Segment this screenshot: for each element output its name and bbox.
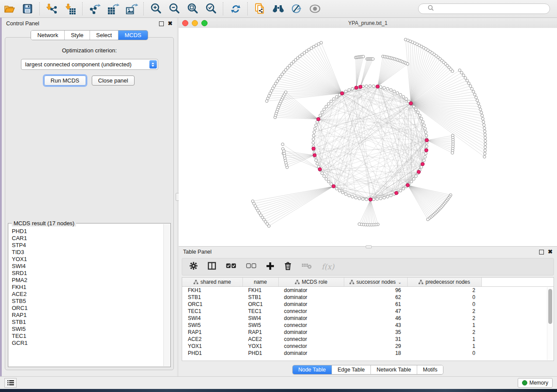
close-panel-button[interactable]: Close panel [92, 76, 135, 86]
search-input[interactable] [418, 3, 550, 14]
tab-network[interactable]: Network [31, 31, 65, 40]
mcds-result-group: MCDS result (17 nodes) PHD1CAR1STP4TID3Y… [8, 223, 171, 367]
mcds-result-item[interactable]: GCR1 [9, 340, 164, 347]
table-cell: YOX1 [242, 343, 278, 350]
mcds-result-item[interactable]: PMA2 [9, 277, 164, 284]
import-network-button[interactable] [45, 2, 59, 16]
zoom-out-button[interactable] [167, 2, 182, 16]
column-header-predecessor-nodes[interactable]: predecessor nodes [407, 278, 481, 287]
clone-network-button[interactable] [253, 2, 267, 16]
close-panel-icon[interactable]: ✖ [168, 21, 173, 26]
import-network-icon [46, 3, 58, 15]
show-panels-button[interactable] [4, 378, 17, 388]
mcds-result-item[interactable]: YOX1 [9, 256, 164, 263]
column-header-successor-nodes[interactable]: successor nodes⌄ [344, 278, 407, 287]
memory-status-icon [522, 380, 527, 385]
memory-label: Memory [529, 380, 548, 386]
search-network-button[interactable] [271, 2, 286, 16]
delete-icon[interactable] [284, 261, 292, 272]
table-row[interactable]: RAP1RAP1dominator352 [182, 329, 554, 336]
table-row[interactable]: SWI5SWI5connector431 [182, 322, 554, 329]
close-panel-icon[interactable]: ✖ [548, 250, 553, 254]
optimization-criterion-select[interactable]: largest connected component (undirected) [21, 59, 158, 70]
table-row[interactable]: TEC1TEC1connector472 [182, 308, 554, 315]
table-cell: ACE2 [242, 336, 278, 343]
table-cell: TEC1 [242, 308, 278, 315]
toolbar-separator [143, 2, 144, 15]
table-row[interactable]: FKH1FKH1dominator962 [182, 287, 554, 294]
mcds-result-item[interactable]: SWI4 [9, 263, 164, 270]
export-network-button[interactable] [87, 2, 102, 16]
table-row[interactable]: PHD1PHD1dominator180 [182, 350, 554, 357]
tab-network-table[interactable]: Network Table [371, 365, 417, 374]
mcds-result-list[interactable]: PHD1CAR1STP4TID3YOX1SWI4SRD1PMA2FKH1ACE2… [9, 228, 164, 366]
gear-icon[interactable] [189, 261, 198, 272]
table-cell: YOX1 [182, 343, 242, 350]
table-scrollbar[interactable] [547, 287, 553, 360]
tab-motifs[interactable]: Motifs [417, 365, 443, 374]
mcds-result-item[interactable]: CAR1 [9, 235, 164, 242]
table-cell: SWI5 [182, 322, 242, 329]
hide-details-icon [291, 3, 303, 15]
mcds-result-item[interactable]: STB5 [9, 298, 164, 305]
table-row[interactable]: SWI4SWI4dominator462 [182, 315, 554, 322]
table-cell: 2 [407, 315, 481, 322]
float-panel-icon[interactable] [539, 250, 544, 254]
table-cell: connector [278, 322, 344, 329]
mcds-result-item[interactable]: TEC1 [9, 333, 164, 340]
mcds-result-item[interactable]: ORC1 [9, 305, 164, 312]
mcds-result-item[interactable]: ACE2 [9, 291, 164, 298]
run-mcds-button[interactable]: Run MCDS [44, 76, 86, 86]
mcds-result-item[interactable]: RAP1 [9, 312, 164, 319]
save-button[interactable] [20, 2, 35, 16]
table-cell: 0 [407, 294, 481, 301]
column-header-shared-name[interactable]: shared name [182, 278, 242, 287]
open-file-button[interactable] [2, 2, 17, 16]
control-panel-titlebar: Control Panel ✖ [2, 18, 177, 29]
mcds-result-item[interactable]: STP4 [9, 242, 164, 249]
export-table-button[interactable] [106, 2, 121, 16]
tab-style[interactable]: Style [65, 31, 90, 40]
mcds-result-item[interactable]: FKH1 [9, 284, 164, 291]
export-image-button[interactable] [124, 2, 139, 16]
table-cell [481, 308, 554, 315]
mcds-result-item[interactable]: SRD1 [9, 270, 164, 277]
table-row[interactable]: ORC1ORC1dominator610 [182, 301, 554, 308]
tab-node-table[interactable]: Node Table [293, 365, 332, 374]
refresh-button[interactable] [228, 2, 243, 16]
table-body: FKH1FKH1dominator962STB1STB1dominator620… [182, 287, 554, 357]
zoom-fit-button[interactable] [185, 2, 200, 16]
hide-details-button[interactable] [289, 2, 304, 16]
table-row[interactable]: YOX1YOX1connector291 [182, 343, 554, 350]
zoom-in-button[interactable] [149, 2, 163, 16]
deselect-all-icon[interactable] [246, 263, 256, 271]
table-row[interactable]: STB1STB1dominator620 [182, 294, 554, 301]
network-canvas[interactable] [179, 28, 557, 246]
table-scrollbar-thumb[interactable] [548, 289, 552, 324]
tab-edge-table[interactable]: Edge Table [332, 365, 371, 374]
table-cell: FKH1 [182, 287, 242, 294]
mcds-result-item[interactable]: SWI5 [9, 326, 164, 333]
show-details-button[interactable] [308, 2, 322, 16]
mcds-result-item[interactable]: STB1 [9, 319, 164, 326]
mcds-result-title: MCDS result (17 nodes) [12, 220, 76, 227]
columns-icon[interactable] [208, 261, 216, 272]
tab-mcds[interactable]: MCDS [118, 31, 147, 40]
toolbar-separator [39, 2, 40, 15]
mcds-result-item[interactable]: TID3 [9, 249, 164, 256]
control-panel-title: Control Panel [6, 21, 39, 27]
tab-select[interactable]: Select [90, 31, 118, 40]
add-icon[interactable] [266, 262, 274, 272]
column-header-MCDS-role[interactable]: MCDS role [278, 278, 344, 287]
horizontal-splitter-handle[interactable] [366, 245, 372, 248]
network-window-titlebar[interactable]: YPA_prune.txt_1 [179, 18, 557, 28]
memory-button[interactable]: Memory [518, 378, 553, 388]
zoom-selected-button[interactable] [204, 2, 218, 16]
mcds-result-item[interactable]: PHD1 [9, 228, 164, 235]
float-panel-icon[interactable] [159, 21, 164, 26]
import-table-button[interactable] [63, 2, 78, 16]
table-row[interactable]: ACE2ACE2connector311 [182, 336, 554, 343]
select-all-icon[interactable] [226, 263, 236, 271]
mcds-list-scrollbar[interactable] [163, 224, 170, 366]
column-header-name[interactable]: name [242, 278, 278, 287]
